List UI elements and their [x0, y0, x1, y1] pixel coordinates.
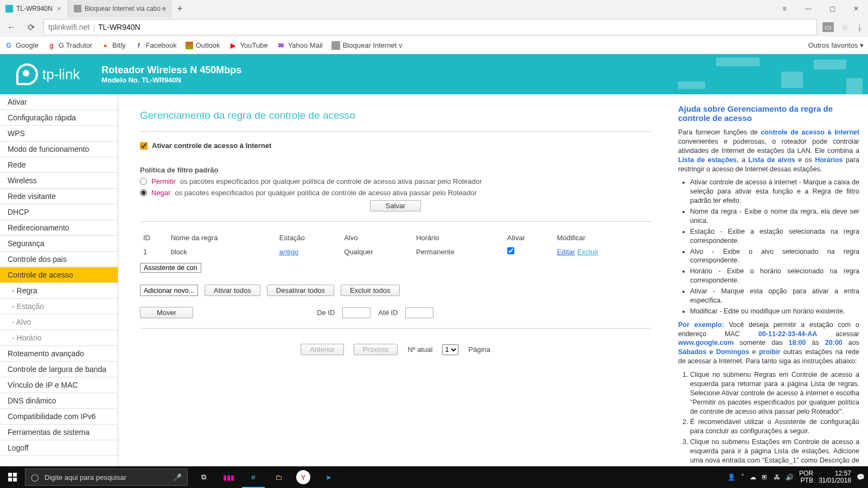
refresh-button[interactable]: ⟳ [24, 20, 38, 34]
network-icon[interactable]: 🖧 [774, 473, 780, 481]
delete-all-button[interactable]: Excluir todos [341, 285, 399, 296]
bookmark-gtradutor[interactable]: gG Tradutor [47, 41, 92, 50]
move-button[interactable]: Mover [140, 307, 193, 318]
people-icon[interactable]: 👤 [727, 473, 736, 481]
sidebar-item-redirecionamento[interactable]: Redirecionamento [0, 220, 118, 236]
sidebar-item-roteamento[interactable]: Roteamento avançado [0, 346, 118, 362]
delete-link[interactable]: Excluir [577, 248, 598, 256]
maximize-icon[interactable]: ▢ [820, 0, 844, 17]
bookmark-bloquear[interactable]: Bloquear Internet v [331, 41, 403, 50]
taskbar-search[interactable]: ◯ Digite aqui para pesquisar 🎤 [25, 468, 188, 486]
sidebar-item-wps[interactable]: WPS [0, 126, 118, 142]
sidebar-item-dns-dinamico[interactable]: DNS dinâmico [0, 393, 118, 409]
rules-row: 1 block antigo Qualquer Permanente Edita… [140, 244, 651, 259]
cell-enable-checkbox[interactable] [507, 247, 514, 254]
reading-mode-icon[interactable]: ▭ [822, 22, 834, 32]
sidebar-sub-horario[interactable]: - Horário [0, 330, 118, 346]
prev-page-button[interactable]: Anterior [301, 344, 344, 355]
sidebar-item-dhcp[interactable]: DHCP [0, 204, 118, 220]
start-button[interactable] [0, 473, 25, 481]
sidebar-item-logoff[interactable]: Logoff [0, 440, 118, 456]
sidebar-item-rede[interactable]: Rede [0, 157, 118, 173]
cortana-icon: ◯ [31, 473, 39, 481]
bookmark-outlook[interactable]: Outlook [186, 41, 220, 49]
menu-icon[interactable]: ≡ [773, 0, 796, 17]
close-window-icon[interactable]: ✕ [844, 0, 868, 17]
favorite-star-icon[interactable]: ☆ [841, 23, 848, 31]
page-select[interactable]: 1 [442, 344, 458, 355]
sidebar-item-ferramentas[interactable]: Ferramentas de sistema [0, 425, 118, 440]
help-step: Clique no submenu Regras em Controle de … [690, 370, 859, 416]
defender-icon[interactable]: ⛨ [762, 473, 768, 481]
sidebar-item-controle-acesso[interactable]: Controle de acesso [0, 267, 118, 283]
sidebar-item-modo[interactable]: Modo de funcionamento [0, 142, 118, 157]
product-title: Roteador Wireless N 450Mbps [101, 65, 241, 76]
mic-icon[interactable]: 🎤 [173, 473, 182, 481]
url-input[interactable]: tplinkwifi.net | TL-WR940N [43, 19, 817, 35]
bookmark-facebook[interactable]: fFacebook [135, 41, 177, 50]
config-assistant-button[interactable]: Assistente de con [140, 263, 201, 273]
sidebar-sub-regra[interactable]: - Regra [0, 283, 118, 299]
policy-deny-radio[interactable] [140, 189, 147, 196]
sidebar-item-ipv6[interactable]: Compatibilidade com IPv6 [0, 409, 118, 425]
help-link-stations[interactable]: Lista de estações [678, 156, 737, 164]
save-button[interactable]: Salvar [370, 200, 422, 211]
disable-all-button[interactable]: Desativar todos [267, 285, 334, 296]
taskbar-apps: ⧉ ▮▮▮ e 🗀 Y ➤ [192, 466, 340, 488]
page-favicon-icon [74, 5, 81, 12]
app-deezer-icon[interactable]: ▮▮▮ [217, 466, 240, 488]
add-new-button[interactable]: Adicionar novo... [140, 285, 198, 296]
taskbar-clock[interactable]: 12:5731/01/2018 [819, 470, 851, 484]
windows-taskbar: ◯ Digite aqui para pesquisar 🎤 ⧉ ▮▮▮ e 🗀… [0, 466, 868, 488]
policy-allow-radio[interactable] [140, 178, 147, 185]
sidebar-item-ativar[interactable]: Ativar [0, 94, 118, 110]
minimize-icon[interactable]: — [796, 0, 820, 17]
help-link-targets[interactable]: Lista de alvos [748, 156, 795, 164]
browser-tab-inactive[interactable]: Bloquear Internet via cabo e [68, 0, 171, 17]
task-view-icon[interactable]: ⧉ [192, 466, 215, 488]
col-id: ID [140, 232, 168, 244]
app-explorer-icon[interactable]: 🗀 [267, 466, 290, 488]
search-placeholder: Digite aqui para pesquisar [44, 473, 126, 481]
help-link-access-control[interactable]: controle de acesso à Internet [761, 129, 859, 136]
back-button[interactable]: ← [4, 20, 18, 34]
enable-access-control-checkbox[interactable] [140, 142, 148, 150]
enable-all-button[interactable]: Ativar todos [205, 285, 260, 296]
address-bar: ← ⟳ tplinkwifi.net | TL-WR940N ▭ ☆ ⭳ [0, 17, 868, 37]
bookmark-bitly[interactable]: ●Bitly [101, 41, 126, 50]
help-example: Por exemplo: Você deseja permitir a esta… [678, 320, 859, 366]
onedrive-icon[interactable]: ☁ [750, 473, 756, 481]
edit-link[interactable]: Editar [557, 248, 575, 256]
bookmark-yahoomail[interactable]: ✉Yahoo Mail [277, 41, 323, 50]
other-bookmarks[interactable]: Outros favoritos ▾ [808, 41, 864, 49]
new-tab-button[interactable]: + [171, 0, 188, 17]
app-edge-icon[interactable]: e [242, 466, 265, 488]
sidebar-item-seguranca[interactable]: Segurança [0, 236, 118, 252]
downloads-icon[interactable]: ⭳ [856, 23, 864, 31]
sidebar-item-wireless[interactable]: Wireless [0, 173, 118, 189]
app-telegram-icon[interactable]: ➤ [317, 466, 340, 488]
tray-chevron-icon[interactable]: ˄ [741, 473, 744, 481]
help-bullets: Ativar controle de acesso à internet - M… [678, 178, 859, 316]
next-page-button[interactable]: Próximo [354, 344, 398, 355]
sidebar-item-controle-pais[interactable]: Controle dos pais [0, 252, 118, 267]
router-page: Ativar Configuração rápida WPS Modo de f… [0, 94, 868, 468]
taskbar-lang[interactable]: PORPTB [799, 470, 813, 484]
cell-station-link[interactable]: antigo [279, 248, 298, 256]
sidebar-sub-alvo[interactable]: - Alvo [0, 314, 118, 330]
volume-icon[interactable]: 🔊 [786, 473, 794, 481]
browser-tab-active[interactable]: TL-WR940N × [0, 0, 68, 17]
help-link-schedules[interactable]: Horários [815, 156, 843, 164]
close-tab-icon[interactable]: × [56, 4, 62, 13]
sidebar-sub-estacao[interactable]: - Estação [0, 299, 118, 314]
from-id-input[interactable] [342, 307, 371, 318]
to-id-input[interactable] [405, 307, 433, 318]
sidebar-item-rede-visitante[interactable]: Rede visitante [0, 189, 118, 204]
sidebar-item-ip-mac[interactable]: Vínculo de IP e MAC [0, 377, 118, 393]
action-center-icon[interactable]: 💬 [857, 473, 865, 481]
bookmark-youtube[interactable]: ▶YouTube [229, 41, 268, 50]
bookmark-google[interactable]: GGoogle [4, 41, 39, 50]
sidebar-item-configuracao-rapida[interactable]: Configuração rápida [0, 110, 118, 126]
app-yandex-icon[interactable]: Y [296, 470, 310, 484]
sidebar-item-largura-banda[interactable]: Controle de largura de banda [0, 362, 118, 377]
